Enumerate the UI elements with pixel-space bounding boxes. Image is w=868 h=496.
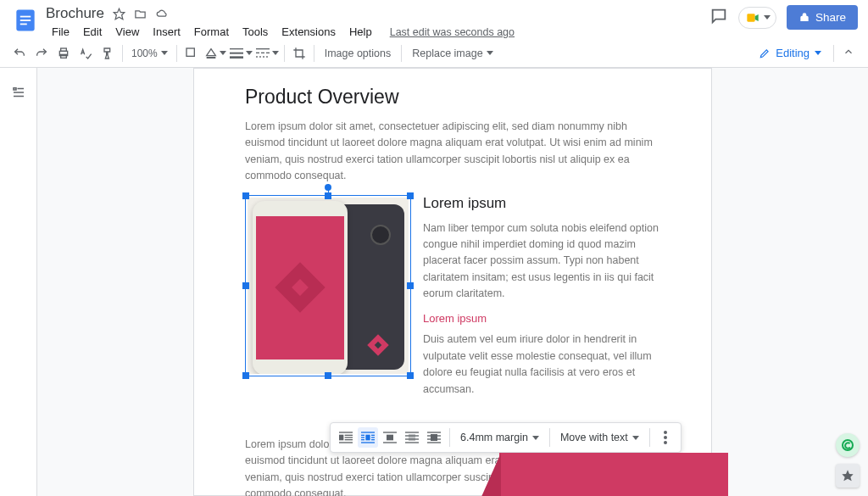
resize-handle[interactable] xyxy=(242,372,249,379)
meet-button[interactable] xyxy=(738,7,776,29)
move-with-text-select[interactable]: Move with text xyxy=(555,432,644,443)
toolbar-separator xyxy=(314,45,314,62)
svg-rect-18 xyxy=(256,56,258,57)
svg-rect-8 xyxy=(61,54,67,58)
svg-rect-20 xyxy=(263,56,264,57)
svg-rect-28 xyxy=(345,435,353,436)
svg-rect-3 xyxy=(20,24,27,25)
svg-rect-42 xyxy=(387,435,393,441)
toolbar-separator xyxy=(122,45,123,62)
highlight-icon[interactable] xyxy=(203,42,228,64)
svg-rect-33 xyxy=(365,435,370,441)
resize-handle[interactable] xyxy=(242,192,249,199)
svg-rect-26 xyxy=(339,432,353,432)
menu-edit[interactable]: Edit xyxy=(77,24,108,40)
share-button[interactable]: Share xyxy=(787,5,858,30)
svg-rect-46 xyxy=(405,435,419,436)
last-edit-link[interactable]: Last edit was seconds ago xyxy=(390,26,515,38)
star-icon[interactable] xyxy=(113,8,125,20)
svg-rect-34 xyxy=(361,435,364,436)
svg-point-56 xyxy=(664,441,667,444)
document-title[interactable]: Brochure xyxy=(46,5,104,22)
border-color-icon[interactable] xyxy=(181,42,203,64)
paint-format-icon[interactable] xyxy=(97,42,119,64)
share-label: Share xyxy=(815,11,846,24)
menu-help[interactable]: Help xyxy=(343,24,378,40)
svg-point-55 xyxy=(664,436,667,439)
document-page[interactable]: Product Overview Lorem ipsum dolor sit a… xyxy=(193,68,712,496)
border-weight-icon[interactable] xyxy=(228,42,254,64)
svg-rect-49 xyxy=(427,432,441,432)
resize-handle[interactable] xyxy=(242,282,249,289)
spellcheck-icon[interactable] xyxy=(75,42,97,64)
svg-rect-17 xyxy=(266,52,270,53)
svg-rect-36 xyxy=(361,439,364,440)
svg-rect-7 xyxy=(61,48,67,51)
svg-rect-32 xyxy=(361,432,375,432)
decorative-footer-shape xyxy=(499,453,728,496)
collapse-icon[interactable] xyxy=(837,46,860,60)
svg-rect-13 xyxy=(230,56,243,59)
menu-format[interactable]: Format xyxy=(188,24,235,40)
svg-rect-19 xyxy=(259,56,261,57)
heading-product-overview: Product Overview xyxy=(245,86,660,109)
image-options-button[interactable]: Image options xyxy=(318,42,398,64)
toolbar-separator xyxy=(401,45,402,62)
comments-icon[interactable] xyxy=(709,7,728,28)
rotate-handle[interactable] xyxy=(325,184,331,191)
svg-rect-30 xyxy=(345,439,353,440)
undo-icon[interactable] xyxy=(8,42,31,64)
wrap-text-icon[interactable] xyxy=(358,427,378,448)
docs-logo-icon[interactable] xyxy=(10,5,41,36)
wrap-front-icon[interactable] xyxy=(424,427,444,448)
menu-tools[interactable]: Tools xyxy=(236,24,274,40)
svg-rect-27 xyxy=(339,435,343,441)
margin-select[interactable]: 6.4mm margin xyxy=(455,432,544,443)
wrap-inline-icon[interactable] xyxy=(336,427,356,448)
menu-extensions[interactable]: Extensions xyxy=(275,24,342,40)
svg-rect-22 xyxy=(14,88,16,90)
svg-rect-44 xyxy=(409,434,415,441)
svg-rect-21 xyxy=(266,56,268,57)
menu-view[interactable]: View xyxy=(109,24,145,40)
grammarly-icon[interactable] xyxy=(836,433,860,457)
resize-handle[interactable] xyxy=(407,372,414,379)
redo-icon[interactable] xyxy=(31,42,53,64)
print-icon[interactable] xyxy=(53,42,75,64)
resize-handle[interactable] xyxy=(407,192,414,199)
resize-handle[interactable] xyxy=(325,192,331,199)
wrap-break-icon[interactable] xyxy=(380,427,400,448)
editing-mode-button[interactable]: Editing xyxy=(750,43,830,63)
replace-image-button[interactable]: Replace image xyxy=(405,42,499,64)
svg-rect-15 xyxy=(256,52,259,53)
zoom-select[interactable]: 100% xyxy=(126,47,173,59)
phone-mockup-image xyxy=(248,198,409,374)
wrap-behind-icon[interactable] xyxy=(402,427,422,448)
svg-point-54 xyxy=(664,431,667,434)
menu-insert[interactable]: Insert xyxy=(147,24,186,40)
svg-rect-52 xyxy=(427,442,441,443)
svg-rect-53 xyxy=(431,434,437,441)
svg-rect-47 xyxy=(405,438,419,439)
svg-rect-14 xyxy=(256,48,270,49)
explore-icon[interactable] xyxy=(836,464,860,488)
cloud-status-icon[interactable] xyxy=(155,8,170,20)
resize-handle[interactable] xyxy=(407,282,414,289)
svg-rect-41 xyxy=(383,432,397,432)
svg-rect-29 xyxy=(345,437,353,437)
outline-icon[interactable] xyxy=(11,85,26,103)
crop-icon[interactable] xyxy=(288,42,310,64)
move-icon[interactable] xyxy=(134,8,147,20)
resize-handle[interactable] xyxy=(325,372,331,379)
more-options-icon[interactable] xyxy=(655,431,676,444)
toolbar-separator xyxy=(833,45,834,62)
paragraph: Lorem ipsum dolor sit amet, consectetuer… xyxy=(245,119,660,185)
svg-rect-1 xyxy=(20,16,31,18)
border-dash-icon[interactable] xyxy=(254,42,281,64)
selected-image[interactable] xyxy=(245,195,411,376)
svg-rect-31 xyxy=(339,442,353,443)
pink-link[interactable]: Lorem ipsum xyxy=(423,312,660,325)
menu-file[interactable]: File xyxy=(46,24,75,40)
svg-rect-43 xyxy=(383,442,397,443)
svg-marker-4 xyxy=(114,8,125,20)
